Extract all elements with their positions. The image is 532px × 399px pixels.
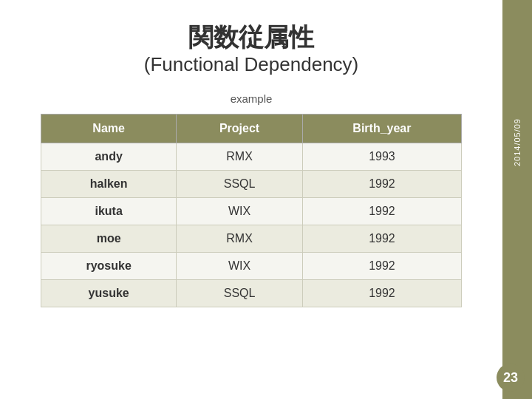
col-header-birthyear: Birth_year: [302, 114, 461, 143]
table-body: andyRMX1993halkenSSQL1992ikutaWIX1992moe…: [41, 143, 462, 307]
table-cell: 1992: [302, 225, 461, 252]
sidebar-date: 2014/05/09: [513, 118, 522, 166]
table-row: moeRMX1992: [41, 225, 462, 252]
table-cell: 1993: [302, 143, 461, 170]
right-sidebar: 2014/05/09: [502, 0, 532, 399]
table-cell: SSQL: [177, 170, 303, 197]
title-area: 関数従属性 (Functional Dependency): [30, 22, 473, 78]
table-row: yusukeSSQL1992: [41, 279, 462, 307]
col-header-project: Project: [177, 114, 303, 143]
table-cell: 1992: [302, 252, 461, 279]
title-english: (Functional Dependency): [30, 52, 473, 78]
table-cell: halken: [41, 170, 177, 197]
table-cell: 1992: [302, 197, 461, 225]
table-cell: ryosuke: [41, 252, 177, 279]
table-cell: ikuta: [41, 197, 177, 225]
table-wrapper: Name Project Birth_year andyRMX1993halke…: [41, 114, 462, 307]
table-cell: yusuke: [41, 279, 177, 307]
table-header-row: Name Project Birth_year: [41, 114, 462, 143]
table-cell: RMX: [177, 143, 303, 170]
col-header-name: Name: [41, 114, 177, 143]
data-table: Name Project Birth_year andyRMX1993halke…: [41, 114, 462, 307]
table-cell: SSQL: [177, 279, 303, 307]
table-cell: RMX: [177, 225, 303, 252]
page-number-badge: 23: [497, 364, 525, 392]
table-cell: WIX: [177, 252, 303, 279]
table-cell: andy: [41, 143, 177, 170]
table-row: andyRMX1993: [41, 143, 462, 170]
main-content: 関数従属性 (Functional Dependency) example Na…: [0, 0, 502, 399]
table-row: ryosukeWIX1992: [41, 252, 462, 279]
section-label: example: [30, 92, 473, 105]
table-row: ikutaWIX1992: [41, 197, 462, 225]
table-cell: WIX: [177, 197, 303, 225]
table-cell: 1992: [302, 279, 461, 307]
title-japanese: 関数従属性: [30, 22, 473, 52]
table-row: halkenSSQL1992: [41, 170, 462, 197]
table-cell: 1992: [302, 170, 461, 197]
table-cell: moe: [41, 225, 177, 252]
